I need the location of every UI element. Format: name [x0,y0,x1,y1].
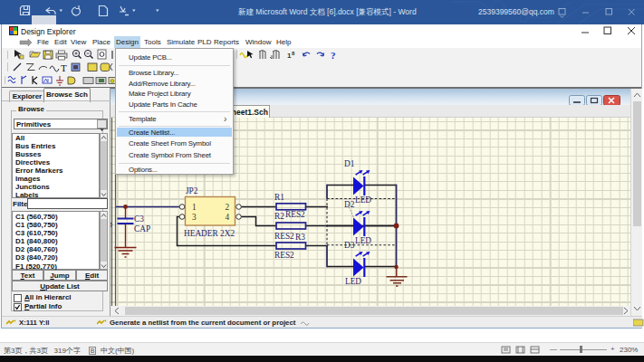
svg-text:R2: R2 [274,212,284,221]
svg-text:RES2: RES2 [274,232,294,241]
svg-text:?: ? [331,50,336,61]
svg-text:T: T [61,62,67,73]
svg-text:RES2: RES2 [285,210,305,219]
svg-text:R1: R1 [274,193,284,202]
svg-text:LED: LED [355,236,371,245]
svg-text:1: 1 [192,203,197,212]
svg-text:HEADER 2X2: HEADER 2X2 [184,229,235,238]
svg-text:D3: D3 [344,241,355,250]
svg-text:3: 3 [192,213,197,222]
svg-text:D1: D1 [344,159,355,168]
svg-text:LED: LED [355,195,371,205]
svg-text:CAP: CAP [134,224,150,233]
svg-text:C3: C3 [134,214,144,224]
svg-text:JP2: JP2 [186,186,198,195]
svg-text:RES2: RES2 [274,251,294,260]
svg-text:D2: D2 [344,200,355,209]
svg-text:LED: LED [345,277,361,286]
svg-text:P: P [111,222,112,231]
svg-text:R3: R3 [295,233,305,242]
svg-text:2: 2 [226,203,230,212]
svg-text:8: 8 [292,51,295,56]
svg-text:4: 4 [226,213,230,222]
